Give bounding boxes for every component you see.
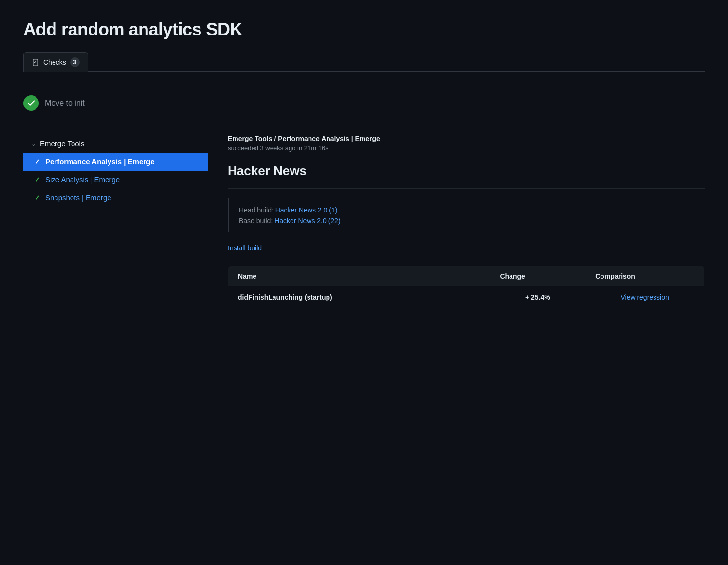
check-mark-icon: ✓ xyxy=(35,176,40,184)
head-build-link[interactable]: Hacker News 2.0 (1) xyxy=(275,206,338,214)
nav-item-snapshots[interactable]: ✓ Snapshots | Emerge xyxy=(23,189,208,207)
left-panel: ⌄ Emerge Tools ✓ Performance Analysis | … xyxy=(23,135,208,308)
tabs-bar: Checks 3 xyxy=(23,52,705,72)
nav-item-size-analysis[interactable]: ✓ Size Analysis | Emerge xyxy=(23,171,208,189)
head-build-row: Head build: Hacker News 2.0 (1) xyxy=(239,206,695,214)
tab-checks-badge: 3 xyxy=(70,57,80,67)
table-body: didFinishLaunching (startup) + 25.4% Vie… xyxy=(228,286,705,308)
group-header-label: Emerge Tools xyxy=(40,140,84,148)
results-table: Name Change Comparison didFinishLaunchin… xyxy=(228,266,705,308)
page-container: Add random analytics SDK Checks 3 Move t… xyxy=(0,0,728,332)
head-build-label: Head build: xyxy=(239,206,273,214)
table-header-row: Name Change Comparison xyxy=(228,266,705,286)
nav-item-size-analysis-label: Size Analysis | Emerge xyxy=(45,176,120,184)
tab-checks[interactable]: Checks 3 xyxy=(23,52,88,72)
check-icon xyxy=(27,99,36,107)
chevron-down-icon: ⌄ xyxy=(31,141,36,147)
base-build-row: Base build: Hacker News 2.0 (22) xyxy=(239,217,695,225)
move-to-init-label: Move to init xyxy=(45,99,85,107)
group-header-emerge-tools[interactable]: ⌄ Emerge Tools xyxy=(23,135,208,153)
right-panel: Emerge Tools / Performance Analysis | Em… xyxy=(208,135,705,308)
base-build-link[interactable]: Hacker News 2.0 (22) xyxy=(274,217,340,225)
install-build-link[interactable]: Install build xyxy=(228,244,262,252)
checks-icon xyxy=(32,58,39,66)
check-breadcrumb: Emerge Tools / Performance Analysis | Em… xyxy=(228,135,705,142)
row-change: + 25.4% xyxy=(490,286,585,308)
table-head: Name Change Comparison xyxy=(228,266,705,286)
main-content: ⌄ Emerge Tools ✓ Performance Analysis | … xyxy=(23,135,705,308)
th-comparison: Comparison xyxy=(585,266,705,286)
page-title: Add random analytics SDK xyxy=(23,19,705,40)
build-info-block: Head build: Hacker News 2.0 (1) Base bui… xyxy=(228,198,705,232)
nav-item-snapshots-label: Snapshots | Emerge xyxy=(45,194,111,202)
check-app-title: Hacker News xyxy=(228,163,705,178)
nav-item-performance-analysis[interactable]: ✓ Performance Analysis | Emerge xyxy=(23,153,208,171)
row-comparison: View regression xyxy=(585,286,705,308)
view-regression-link[interactable]: View regression xyxy=(620,293,669,301)
check-mark-icon: ✓ xyxy=(35,194,40,202)
change-value: + 25.4% xyxy=(525,293,550,301)
row-name: didFinishLaunching (startup) xyxy=(228,286,490,308)
section-divider xyxy=(228,188,705,189)
success-check-circle xyxy=(23,95,39,111)
check-timestamp: succeeded 3 weeks ago in 21m 16s xyxy=(228,144,705,152)
tab-checks-label: Checks xyxy=(43,58,66,66)
move-to-init-row: Move to init xyxy=(23,88,705,123)
nav-item-performance-analysis-label: Performance Analysis | Emerge xyxy=(45,158,155,166)
table-row: didFinishLaunching (startup) + 25.4% Vie… xyxy=(228,286,705,308)
check-mark-icon: ✓ xyxy=(35,158,40,166)
th-name: Name xyxy=(228,266,490,286)
base-build-label: Base build: xyxy=(239,217,273,225)
th-change: Change xyxy=(490,266,585,286)
